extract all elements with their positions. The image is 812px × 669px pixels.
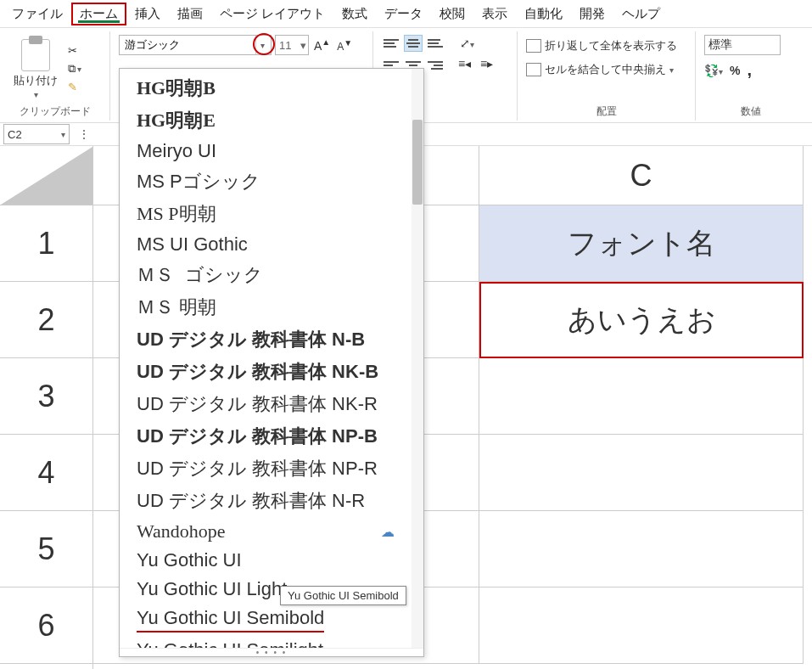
cell-C1[interactable]: フォント名	[479, 205, 804, 282]
font-option[interactable]: UD デジタル 教科書体 NP-B	[120, 420, 412, 453]
row-header-1[interactable]: 1	[0, 205, 92, 282]
cell-C2[interactable]: あいうえお	[479, 282, 804, 358]
clipboard-icon	[21, 39, 50, 71]
row-header-6[interactable]: 6	[0, 587, 92, 664]
group-label-clipboard: クリップボード	[8, 103, 101, 119]
menu-formulas[interactable]: 数式	[333, 3, 376, 25]
align-bottom-button[interactable]	[426, 35, 445, 52]
group-label-alignment: 配置	[526, 103, 686, 119]
merge-center-button[interactable]: セルを結合して中央揃え ▾	[526, 62, 686, 77]
align-middle-button[interactable]	[404, 35, 423, 52]
font-option[interactable]: MS Pゴシック	[120, 166, 412, 198]
font-dropdown-arrow[interactable]: ▾	[255, 36, 269, 54]
dropdown-resize-handle[interactable]: • • • •	[120, 648, 423, 656]
scrollbar-thumb[interactable]	[412, 120, 423, 205]
row-header-4[interactable]: 4	[0, 435, 92, 511]
align-top-button[interactable]	[382, 35, 400, 52]
paste-label: 貼り付け	[14, 73, 58, 88]
formula-buttons[interactable]: ⋮	[73, 127, 95, 141]
font-option[interactable]: UD デジタル 教科書体 NK-R	[120, 388, 412, 420]
chevron-down-icon: ▾	[300, 39, 306, 52]
font-option[interactable]: UD デジタル 教科書体 N-R	[120, 485, 412, 517]
font-option[interactable]: HG明朝E	[120, 104, 412, 137]
font-option[interactable]: Yu Gothic UI	[120, 546, 412, 575]
menu-home[interactable]: ホーム	[71, 3, 126, 25]
font-option[interactable]: Wandohope☁	[120, 517, 412, 546]
font-option[interactable]: Yu Gothic UI Semilight	[120, 636, 412, 648]
font-option-label: HG明朝B	[137, 76, 216, 101]
percent-button[interactable]: %	[730, 64, 740, 77]
font-list[interactable]: HG明朝BHG明朝EMeiryo UIMS PゴシックMS P明朝MS UI G…	[120, 69, 412, 648]
font-option[interactable]: UD デジタル 教科書体 NP-R	[120, 453, 412, 485]
decrease-font-button[interactable]: A▼	[335, 38, 354, 53]
merge-center-label: セルを結合して中央揃え	[545, 62, 666, 77]
increase-indent-button[interactable]: ≡▸	[480, 57, 499, 74]
dropdown-scrollbar[interactable]	[412, 69, 423, 648]
menu-data[interactable]: データ	[376, 3, 431, 25]
cell-C6[interactable]	[479, 587, 804, 664]
col-header-C[interactable]: C	[479, 146, 804, 205]
scissors-icon: ✂	[68, 44, 77, 57]
font-option[interactable]: UD デジタル 教科書体 N-B	[120, 323, 412, 356]
menu-draw[interactable]: 描画	[169, 3, 211, 25]
font-option[interactable]: MS UI Gothic	[120, 230, 412, 259]
copy-button[interactable]: ⧉▾	[68, 62, 81, 76]
row-header-5[interactable]: 5	[0, 511, 92, 587]
group-number: 標準 💱▾ % , 数値	[696, 31, 806, 121]
cell-C3[interactable]	[479, 358, 804, 435]
font-option-label: Yu Gothic UI	[137, 549, 242, 571]
chevron-down-icon: ▾	[61, 130, 65, 139]
align-right-button[interactable]	[426, 57, 445, 74]
row-header-2[interactable]: 2	[0, 282, 92, 358]
font-option-label: Meiryo UI	[137, 140, 216, 162]
font-option[interactable]: Meiryo UI	[120, 137, 412, 166]
font-option[interactable]: Yu Gothic UI Semibold	[120, 604, 412, 636]
menu-developer[interactable]: 開発	[571, 3, 613, 25]
menu-automate[interactable]: 自動化	[516, 3, 571, 25]
row-headers: 1 2 3 4 5 6	[0, 146, 93, 669]
format-painter-button[interactable]: ✎	[68, 81, 81, 93]
font-option-label: HG明朝E	[137, 108, 216, 133]
font-option[interactable]: UD デジタル 教科書体 NK-B	[120, 356, 412, 388]
menu-insert[interactable]: 挿入	[126, 3, 169, 25]
font-option-label: UD デジタル 教科書体 NK-R	[137, 391, 378, 417]
font-dropdown-panel: HG明朝BHG明朝EMeiryo UIMS PゴシックMS P明朝MS UI G…	[119, 68, 424, 657]
font-option[interactable]: HG明朝B	[120, 72, 412, 104]
font-option[interactable]: ＭＳ ゴシック	[120, 259, 412, 291]
font-option-label: UD デジタル 教科書体 NP-R	[137, 456, 378, 481]
font-option[interactable]: MS P明朝	[120, 198, 412, 230]
font-size-combo[interactable]: 11 ▾	[275, 35, 309, 55]
decrease-indent-button[interactable]: ≡◂	[458, 57, 477, 74]
brush-icon: ✎	[68, 81, 77, 93]
font-option-label: ＭＳ ゴシック	[137, 262, 263, 288]
wrap-text-label: 折り返して全体を表示する	[545, 38, 677, 53]
font-option[interactable]: ＭＳ 明朝	[120, 291, 412, 323]
row-header-3[interactable]: 3	[0, 358, 92, 435]
increase-font-button[interactable]: A▲	[312, 37, 332, 53]
menu-page-layout[interactable]: ページ レイアウト	[211, 3, 333, 25]
currency-button[interactable]: 💱▾	[704, 64, 723, 77]
wrap-text-button[interactable]: 折り返して全体を表示する	[526, 38, 686, 53]
font-name-input[interactable]	[125, 39, 255, 52]
font-option-label: UD デジタル 教科書体 NP-B	[137, 424, 378, 449]
orientation-button[interactable]: ⤢▾	[458, 37, 476, 50]
comma-button[interactable]: ,	[747, 60, 752, 80]
name-box[interactable]: C2 ▾	[3, 124, 70, 144]
select-all-corner[interactable]	[0, 146, 92, 205]
font-option-label: Yu Gothic UI Semibold	[137, 607, 324, 632]
group-clipboard: 貼り付け ▾ ✂ ⧉▾ ✎ クリップボード	[0, 31, 110, 121]
cell-C4[interactable]	[479, 435, 804, 511]
menu-file[interactable]: ファイル	[3, 3, 71, 25]
paste-button[interactable]: 貼り付け ▾	[8, 39, 63, 99]
menu-review[interactable]: 校閲	[431, 3, 473, 25]
font-option-label: MS UI Gothic	[137, 233, 248, 256]
wrap-text-icon	[526, 39, 541, 53]
cell-C5[interactable]	[479, 511, 804, 587]
number-format-combo[interactable]: 標準	[704, 35, 781, 55]
font-name-combo[interactable]: ▾	[119, 35, 272, 55]
cloud-download-icon[interactable]: ☁	[381, 524, 395, 540]
font-option-label: Yu Gothic UI Semilight	[137, 639, 323, 648]
cut-button[interactable]: ✂	[68, 44, 81, 57]
menu-view[interactable]: 表示	[473, 3, 516, 25]
menu-help[interactable]: ヘルプ	[613, 3, 669, 25]
